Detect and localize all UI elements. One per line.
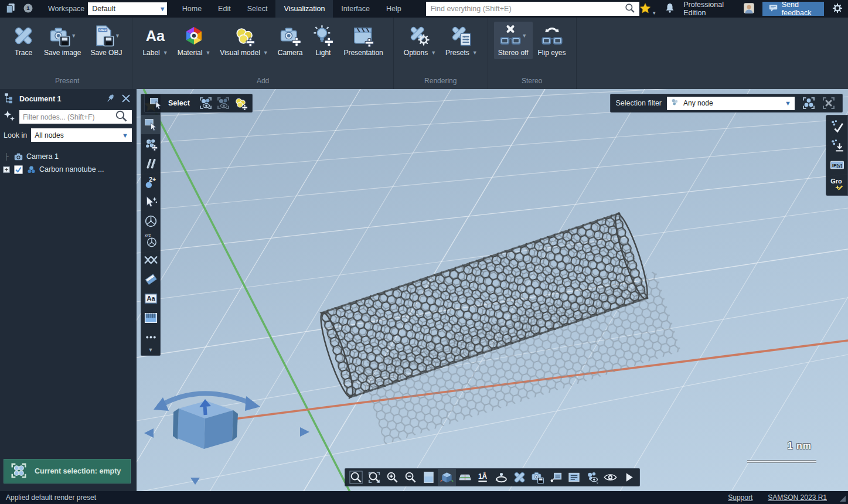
expand-plus-icon[interactable]	[2, 165, 11, 175]
scale-bar-label: 1 nm	[788, 441, 812, 451]
save-image-icon	[49, 25, 71, 47]
select-matching-button[interactable]	[800, 95, 818, 111]
text-label-button[interactable]: Aa	[141, 289, 161, 308]
annotation-button[interactable]	[547, 469, 565, 486]
favorites-star-button[interactable]: ▼	[639, 2, 656, 16]
toolbar-overflow-chevron[interactable]: ▼	[148, 347, 154, 353]
apply-check-tab[interactable]	[826, 117, 848, 136]
zoom-selection-icon	[367, 471, 381, 484]
clear-selection-button[interactable]	[820, 95, 837, 111]
selection-filter-bar: Selection filter Any node ▼	[610, 94, 843, 113]
chevron-down-icon: ▼	[159, 5, 166, 12]
gromacs-tab[interactable]: Gro	[826, 175, 848, 194]
eraser-button[interactable]	[141, 270, 161, 289]
menu-home[interactable]: Home	[174, 0, 210, 18]
edition-label: Professional Edition	[683, 1, 735, 17]
ipython-tab[interactable]: IP[y]	[826, 155, 848, 175]
viewport-3d[interactable]: 2+XYZAa▼ Select Selection filter Any nod…	[137, 89, 848, 491]
orbit-camera-button[interactable]	[492, 469, 510, 486]
light-button[interactable]: Light	[308, 22, 338, 59]
tree-node-camera-1[interactable]: ├Camera 1	[2, 150, 134, 163]
measure-button[interactable]	[141, 308, 161, 328]
pan-left-arrow[interactable]	[144, 428, 154, 438]
view-plane-button[interactable]	[420, 469, 438, 486]
material-button[interactable]: Material▼	[173, 22, 215, 59]
add-atom-button[interactable]	[141, 134, 161, 154]
save-image-button[interactable]: ▼Save image	[40, 22, 85, 59]
zoom-button[interactable]	[347, 469, 365, 486]
ground-plane-button[interactable]	[456, 469, 474, 486]
twist-tool-button[interactable]	[141, 250, 161, 270]
menu-visualization[interactable]: Visualization	[275, 0, 333, 18]
charge-tool-button[interactable]: 2+	[141, 173, 161, 192]
support-link[interactable]: Support	[728, 493, 752, 502]
trace-button[interactable]: Trace	[8, 22, 39, 59]
resize-grip[interactable]	[840, 496, 846, 502]
button-label: Visual model	[220, 49, 260, 57]
rotate-right-arrow[interactable]	[245, 396, 260, 411]
notifications-bell-button[interactable]	[664, 2, 676, 16]
select-tool-button[interactable]	[141, 115, 161, 134]
avatar[interactable]	[743, 2, 755, 16]
angstrom-scale-button[interactable]: 1Å	[474, 469, 492, 486]
menu-interface[interactable]: Interface	[333, 0, 378, 18]
navigation-cube[interactable]	[144, 393, 309, 485]
button-label: Material	[178, 49, 203, 57]
xyz-trackball-button[interactable]: XYZ	[141, 231, 161, 250]
selection-filter-dropdown[interactable]: Any node ▼	[667, 97, 795, 110]
move-tool-button[interactable]	[141, 192, 161, 212]
visual-model-button[interactable]: Visual model▼	[216, 22, 272, 59]
play-button[interactable]	[619, 469, 638, 486]
save-obj-button[interactable]: OBJ▼Save OBJ	[86, 22, 126, 59]
zoom-in-button[interactable]	[383, 469, 401, 486]
export-download-tab[interactable]	[826, 136, 848, 155]
menu-edit[interactable]: Edit	[210, 0, 239, 18]
pin-panel-button[interactable]	[104, 93, 116, 106]
camera-button[interactable]: Camera	[274, 22, 307, 59]
presets-button[interactable]: Presets▼	[441, 22, 482, 59]
svg-text:Aa: Aa	[147, 295, 155, 302]
pan-right-arrow[interactable]	[300, 427, 309, 437]
visibility-eye-button[interactable]	[601, 469, 619, 486]
more-tools-button[interactable]	[141, 328, 161, 347]
search-input[interactable]	[431, 5, 625, 13]
fit-view-button[interactable]	[510, 469, 529, 486]
global-search[interactable]	[426, 2, 640, 16]
sparkles-icon	[2, 109, 16, 123]
filter-nodes-input[interactable]	[23, 113, 114, 121]
angstrom-scale-icon: 1Å	[476, 471, 490, 484]
label-button[interactable]: AaLabel▼	[138, 22, 172, 59]
zoom-out-button[interactable]	[401, 469, 420, 486]
trackball-button[interactable]	[141, 212, 161, 231]
selection-visible-icon	[199, 96, 213, 110]
selection-hidden-button[interactable]	[214, 95, 232, 111]
workspace-dropdown[interactable]: Default ▼	[88, 2, 166, 15]
menu-select[interactable]: Select	[239, 0, 276, 18]
node-tree: ├Camera 1Carbon nanotube ...	[0, 144, 137, 176]
stereo-off-button[interactable]: ▼Stereo off	[494, 22, 533, 59]
options-button[interactable]: Options▼	[400, 22, 440, 59]
tree-node-carbon-nanotube[interactable]: Carbon nanotube ...	[2, 163, 134, 176]
presentation-button[interactable]: Presentation	[339, 22, 387, 59]
settings-gear-button[interactable]	[832, 2, 843, 16]
pan-down-arrow[interactable]	[190, 478, 200, 485]
presenter-button[interactable]	[565, 469, 583, 486]
add-visual-model-button[interactable]	[232, 95, 250, 111]
filter-nodes-box[interactable]	[19, 110, 132, 124]
selection-visible-button[interactable]	[197, 95, 214, 111]
chevron-down-icon: ▼	[431, 50, 436, 56]
zoom-selection-button[interactable]	[365, 469, 383, 486]
ipython-icon: IP[y]	[830, 158, 844, 172]
close-panel-button[interactable]	[120, 93, 132, 106]
save-view-button[interactable]	[529, 469, 547, 486]
visibility-checkbox[interactable]	[13, 165, 23, 175]
bond-tool-button[interactable]	[141, 154, 161, 173]
nav-cube-button[interactable]	[438, 469, 456, 486]
send-feedback-button[interactable]: Send feedback	[762, 2, 824, 16]
look-in-dropdown[interactable]: All nodes ▼	[31, 128, 132, 142]
button-label: Flip eyes	[538, 49, 566, 57]
menu-help[interactable]: Help	[378, 0, 410, 18]
flip-eyes-button[interactable]: Flip eyes	[534, 22, 570, 59]
selection-visibility-button[interactable]	[583, 469, 601, 486]
version-link[interactable]: SAMSON 2023 R1	[768, 493, 827, 502]
